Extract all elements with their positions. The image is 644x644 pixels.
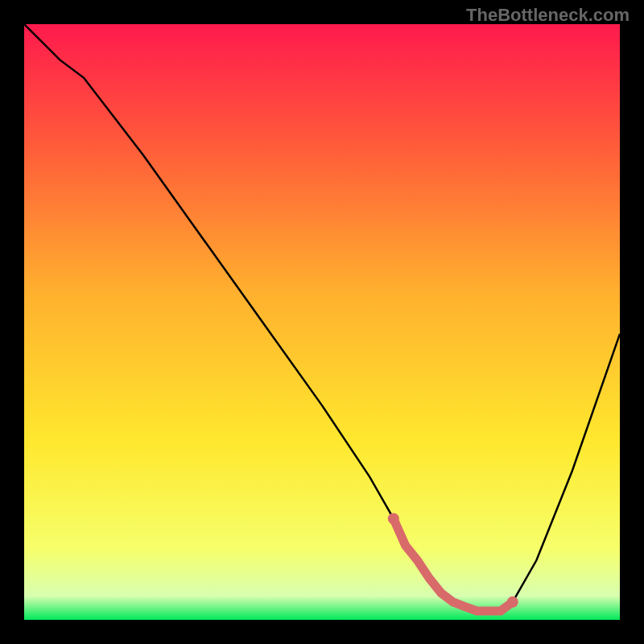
bottleneck-chart — [24, 24, 620, 620]
watermark-text: TheBottleneck.com — [466, 5, 630, 26]
svg-point-1 — [507, 597, 518, 608]
svg-point-0 — [388, 513, 399, 524]
gradient-background — [24, 24, 620, 620]
